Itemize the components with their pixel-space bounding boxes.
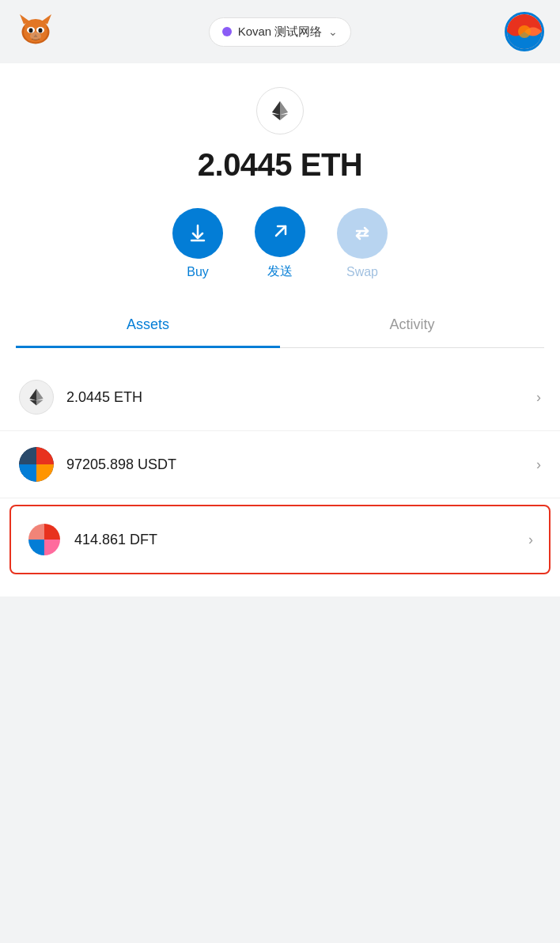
svg-marker-20 — [272, 101, 280, 115]
svg-point-12 — [30, 32, 41, 40]
send-button[interactable]: 发送 — [255, 206, 305, 280]
usdt-chevron-icon: › — [536, 456, 541, 473]
swap-icon — [352, 223, 373, 244]
balance-amount: 2.0445 ETH — [198, 147, 362, 183]
svg-point-10 — [39, 28, 43, 33]
balance-section: 2.0445 ETH Buy — [0, 63, 560, 364]
download-icon — [187, 223, 208, 244]
tab-activity[interactable]: Activity — [280, 304, 544, 348]
asset-item-eth[interactable]: 2.0445 ETH › — [0, 364, 560, 431]
network-selector[interactable]: Kovan 测试网络 ⌄ — [209, 17, 352, 47]
buy-label: Buy — [187, 265, 209, 279]
svg-marker-27 — [29, 400, 36, 405]
send-icon — [270, 222, 290, 242]
svg-marker-19 — [280, 101, 288, 115]
tab-assets[interactable]: Assets — [16, 304, 280, 348]
svg-marker-18 — [272, 114, 280, 120]
usdt-icon — [19, 447, 54, 482]
buy-button-circle — [172, 208, 223, 259]
eth-amount: 2.0445 ETH — [66, 389, 142, 405]
header: Kovan 测试网络 ⌄ — [0, 0, 560, 63]
dft-asset-icon — [27, 522, 62, 557]
eth-chevron-icon: › — [536, 389, 541, 406]
swap-button[interactable]: Swap — [337, 208, 388, 279]
tabs: Assets Activity — [16, 304, 544, 348]
svg-marker-17 — [280, 114, 288, 120]
avatar-image — [507, 14, 542, 49]
eth-asset-icon — [19, 380, 54, 415]
account-avatar[interactable] — [505, 12, 544, 51]
usdt-asset-icon — [19, 447, 54, 482]
assets-list: 2.0445 ETH › 97205.898 USDT — [0, 364, 560, 574]
dft-asset-info: 414.861 DFT — [74, 532, 528, 548]
dft-chevron-icon: › — [528, 532, 533, 548]
usdt-asset-info: 97205.898 USDT — [66, 456, 536, 473]
action-buttons: Buy 发送 — [172, 206, 388, 280]
network-name: Kovan 测试网络 — [238, 25, 323, 40]
eth-icon — [26, 387, 47, 407]
metamask-logo[interactable] — [16, 10, 55, 53]
swap-label: Swap — [346, 265, 378, 279]
main-content: 2.0445 ETH Buy — [0, 63, 560, 596]
eth-logo-icon — [268, 99, 292, 123]
dft-amount: 414.861 DFT — [74, 532, 157, 547]
usdt-amount: 97205.898 USDT — [66, 456, 176, 472]
send-button-circle — [255, 206, 305, 257]
svg-marker-25 — [29, 389, 36, 401]
svg-point-14 — [518, 25, 531, 38]
send-label: 发送 — [267, 263, 293, 280]
network-status-dot — [222, 27, 232, 36]
svg-marker-26 — [36, 400, 44, 405]
svg-point-9 — [29, 28, 33, 33]
svg-marker-24 — [36, 389, 44, 401]
asset-item-dft[interactable]: 414.861 DFT › — [9, 505, 551, 574]
eth-asset-info: 2.0445 ETH — [66, 389, 536, 406]
chevron-down-icon: ⌄ — [328, 25, 338, 38]
asset-item-usdt[interactable]: 97205.898 USDT › — [0, 431, 560, 498]
swap-button-circle — [337, 208, 388, 259]
buy-button[interactable]: Buy — [172, 208, 223, 279]
svg-line-23 — [276, 226, 286, 236]
eth-token-icon — [256, 87, 304, 134]
dft-icon — [27, 522, 62, 557]
